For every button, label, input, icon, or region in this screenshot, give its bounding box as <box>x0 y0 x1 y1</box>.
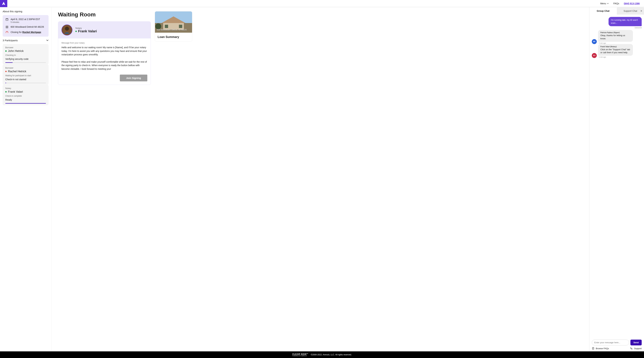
phone-icon <box>630 347 633 350</box>
send-button[interactable]: Send <box>630 340 642 346</box>
support-link[interactable]: Support <box>630 347 642 350</box>
chat-input[interactable] <box>592 340 629 346</box>
chevron-down-icon <box>607 3 609 4</box>
message-timestamp: 2 min ago <box>599 42 633 44</box>
signing-info-card: April 8, 2022 at 2:30PM EST 5 minutes 60… <box>3 15 48 37</box>
notary-message: Hello and welcome to our waiting room! M… <box>62 46 147 71</box>
status-dot <box>5 91 7 92</box>
participant-role: Notary <box>5 87 46 90</box>
sidebar: About this signing April 8, 2022 at 2:30… <box>0 7 51 351</box>
footer-brand: CLEAR SIGNSM POWERED BY AMROCK <box>292 353 308 356</box>
main-content: Waiting Room Notary Frank Valari <box>51 7 589 351</box>
message-sender: Patricia Fejdasz (Signer) <box>600 32 630 34</box>
message-text: Click on the "Support Chat" tab or call … <box>600 48 630 54</box>
participant-status-label: Checking In <box>5 54 46 56</box>
property-image: 600 Woodward, Detroit, MI 48226 <box>155 12 192 33</box>
close-icon[interactable]: ✕ <box>640 10 642 12</box>
signing-datetime: April 8, 2022 at 2:30PM EST <box>10 18 40 21</box>
join-signing-button[interactable]: Join Signing <box>120 74 147 82</box>
lender-icon <box>5 31 8 34</box>
progress-bar <box>5 83 46 83</box>
tab-group-chat[interactable]: Group Chat <box>590 7 617 14</box>
notary-avatar <box>62 24 72 36</box>
brand-logo[interactable] <box>0 0 7 7</box>
message-text: I'm running late, my ID won't scan... <box>608 17 642 26</box>
signing-duration: 5 minutes <box>10 21 40 23</box>
page-title: Waiting Room <box>58 11 151 18</box>
chat-message-incoming: PF Patricia Fejdasz (Signer) Okay, thank… <box>592 30 642 44</box>
participant-card: Notary Frank Valari Check-in complete Re… <box>3 85 48 105</box>
participant-name: Rachel Hetrick <box>8 70 26 73</box>
svg-rect-6 <box>65 28 68 29</box>
loan-summary-card[interactable]: 600 Woodward, Detroit, MI 48226 Loan Sum… <box>155 11 192 42</box>
participant-status-label: Check-in complete <box>5 95 46 97</box>
participant-role: Borrower <box>5 67 46 69</box>
participant-card: Borrower John Hetrick Checking In Verify… <box>3 44 48 64</box>
closing-for: Closing for Rocket Mortgage <box>10 31 41 34</box>
document-icon <box>592 347 594 350</box>
notary-name: Frank Valari <box>78 29 97 33</box>
tab-support-chat[interactable]: Support Chat ✕ <box>617 7 644 14</box>
summary-title: Loan Summary <box>158 35 190 39</box>
chat-message-incoming: FV Frank Valari (Notary) Click on the "S… <box>592 44 642 58</box>
participant-status-text: Ready <box>5 98 46 101</box>
menu-label: Menu <box>600 2 606 5</box>
phone-link[interactable]: (844) 913-1386 <box>624 2 640 5</box>
faqs-link[interactable]: FAQs <box>613 2 619 5</box>
building-icon <box>5 25 8 29</box>
lender-link[interactable]: Rocket Mortgage <box>22 31 41 34</box>
notary-role: Notary <box>76 27 97 29</box>
signing-address: 600 Woodward Detroit MI 48226 <box>10 25 44 29</box>
chat-messages: I'm running late, my ID won't scan... De… <box>590 14 644 338</box>
avatar: FV <box>592 53 597 58</box>
delivery-status: Delivered <box>608 27 642 29</box>
participant-card: Borrower Rachel Hetrick Waiting for part… <box>3 64 48 85</box>
footer: CLEAR SIGNSM POWERED BY AMROCK ©2000-202… <box>0 351 644 358</box>
participants-toggle[interactable]: 3 Participants <box>3 39 48 42</box>
participant-role: Borrower <box>5 46 46 49</box>
status-dot <box>5 50 7 52</box>
svg-rect-1 <box>6 26 8 28</box>
message-timestamp: 1 min ago <box>599 56 633 58</box>
notary-card: Notary Frank Valari Message from your no… <box>58 22 151 85</box>
svg-rect-2 <box>7 26 8 27</box>
message-text: Okay, thanks for letting us know. <box>600 34 630 40</box>
chat-message-outgoing: I'm running late, my ID won't scan... De… <box>608 17 642 29</box>
top-bar: Menu FAQs (844) 913-1386 <box>0 0 644 7</box>
menu-dropdown[interactable]: Menu <box>600 2 609 5</box>
svg-rect-0 <box>6 18 8 20</box>
participant-status-text: Verifying security code <box>5 58 46 60</box>
progress-bar <box>5 62 46 63</box>
amrock-logo-icon <box>2 2 6 6</box>
participant-status-text: Check-In not started <box>5 78 46 81</box>
progress-bar <box>5 103 46 104</box>
chevron-down-icon <box>46 39 48 42</box>
chat-panel: Group Chat Support Chat ✕ I'm running la… <box>589 7 644 351</box>
avatar: PF <box>592 39 597 44</box>
participant-status-label: Waiting for participant to start <box>5 74 46 77</box>
status-dot <box>76 31 77 32</box>
calendar-icon <box>5 18 8 21</box>
participant-name: John Hetrick <box>8 50 24 53</box>
browse-faqs-link[interactable]: Browse FAQs <box>592 347 609 350</box>
property-address: 600 Woodward, Detroit, MI 48226 <box>155 27 188 33</box>
sidebar-title: About this signing <box>3 10 48 13</box>
message-label: Message from your notary <box>62 42 147 44</box>
participants-count: 3 Participants <box>3 39 18 42</box>
participant-name: Frank Valari <box>8 90 23 94</box>
copyright: ©2000-2022. Amrock, LLC. All rights rese… <box>311 354 352 356</box>
status-dot <box>5 71 7 72</box>
message-sender: Frank Valari (Notary) <box>600 46 630 48</box>
